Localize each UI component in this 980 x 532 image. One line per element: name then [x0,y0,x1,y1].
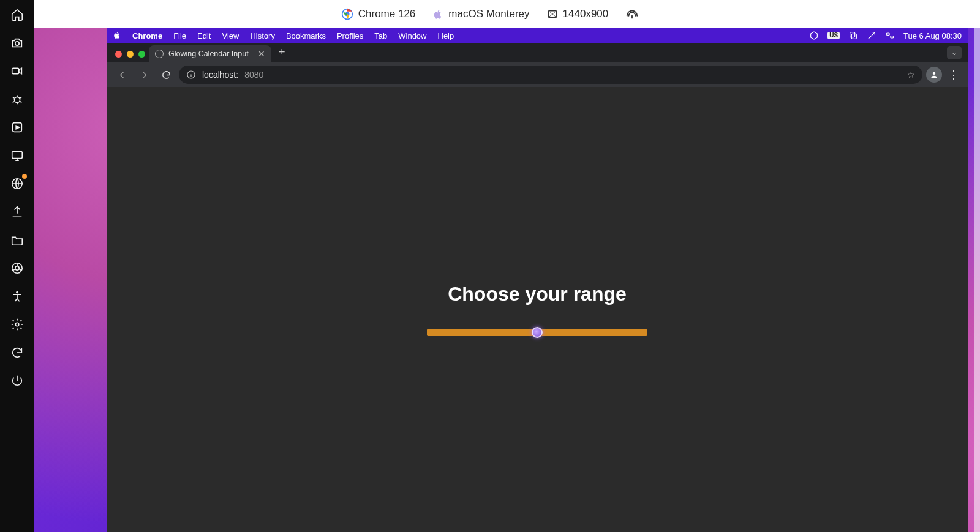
svg-point-18 [933,72,936,75]
play-square-icon[interactable] [9,119,26,136]
svg-rect-13 [850,32,855,37]
browser-tab[interactable]: Glowing Calendar Input ✕ [149,45,271,62]
apple-logo-icon [432,9,443,20]
url-port: 8080 [244,70,263,80]
tab-list-button[interactable]: ⌄ [947,46,962,59]
menu-help[interactable]: Help [438,31,454,40]
status-windows-icon[interactable] [848,31,858,40]
accessibility-icon[interactable] [9,288,26,305]
left-tool-strip [0,0,34,532]
tab-title: Glowing Calendar Input [168,50,249,58]
resolution-icon [547,9,558,20]
env-os: macOS Monterey [432,8,529,20]
menu-app-name[interactable]: Chrome [132,31,162,40]
window-close-dot[interactable] [115,51,122,58]
new-tab-button[interactable]: + [271,46,293,62]
tab-favicon-icon [155,50,164,58]
window-zoom-dot[interactable] [138,51,145,58]
menu-view[interactable]: View [222,31,239,40]
page-viewport: Choose your range [107,87,968,532]
menu-bookmarks[interactable]: Bookmarks [286,31,326,40]
nav-reload-button[interactable] [157,66,175,84]
input-source-badge[interactable]: US [827,32,840,39]
power-icon[interactable] [9,372,26,389]
menubar-clock[interactable]: Tue 6 Aug 08:30 [903,31,962,40]
outer-scrollbar[interactable] [974,28,980,532]
svg-rect-15 [886,33,889,35]
env-resolution: 1440x900 [547,8,609,20]
camera-icon[interactable] [9,34,26,51]
svg-point-10 [15,266,19,270]
nav-forward-button[interactable] [135,66,153,84]
tab-close-icon[interactable]: ✕ [258,49,265,59]
profile-avatar-button[interactable] [926,67,942,83]
window-traffic-lights[interactable] [113,51,149,62]
settings-gear-icon[interactable] [9,316,26,333]
desktop-wallpaper: Chrome File Edit View History Bookmarks … [34,28,980,532]
chrome-tab-strip: Glowing Calendar Input ✕ + ⌄ [107,43,968,62]
menu-profiles[interactable]: Profiles [337,31,363,40]
nav-back-button[interactable] [113,66,131,84]
environment-info-bar: Chrome 126 macOS Monterey 1440x900 [0,0,980,28]
status-wand-icon[interactable] [867,31,876,40]
video-icon[interactable] [9,62,26,80]
svg-rect-16 [891,36,894,38]
menu-tab[interactable]: Tab [374,31,387,40]
bookmark-star-icon[interactable]: ☆ [907,70,915,80]
chrome-toolbar: localhost:8080 ☆ ⋮ [107,62,968,87]
chrome-logo-icon [341,8,353,20]
menu-edit[interactable]: Edit [197,31,211,40]
apple-menu-icon[interactable] [113,31,121,41]
svg-point-11 [16,291,18,294]
home-icon[interactable] [9,6,26,23]
env-browser-label: Chrome 126 [358,8,416,20]
menu-window[interactable]: Window [398,31,426,40]
env-browser: Chrome 126 [341,8,416,20]
control-center-icon[interactable] [885,31,895,40]
env-broadcast [625,7,639,21]
url-host: localhost: [202,70,238,80]
mac-menubar: Chrome File Edit View History Bookmarks … [107,28,968,43]
env-os-label: macOS Monterey [448,8,529,20]
status-hexagon-icon[interactable] [809,31,819,40]
page-heading: Choose your range [448,283,627,305]
window-minimize-dot[interactable] [127,51,134,58]
chrome-devtools-icon[interactable] [9,260,26,277]
menu-file[interactable]: File [173,31,186,40]
sync-icon[interactable] [9,344,26,361]
svg-rect-7 [12,152,23,159]
env-resolution-label: 1440x900 [563,8,609,20]
mac-browser-window: Chrome File Edit View History Bookmarks … [107,28,968,532]
svg-rect-4 [12,68,19,73]
globe-x-icon[interactable] [9,175,26,192]
svg-rect-14 [851,34,856,39]
upload-icon[interactable] [9,203,26,220]
monitor-icon[interactable] [9,147,26,164]
address-bar[interactable]: localhost:8080 ☆ [179,66,922,84]
broadcast-icon [625,7,639,21]
menubar-status-icons: US Tue 6 Aug 08:30 [809,31,962,40]
svg-point-12 [15,323,19,326]
svg-point-3 [15,42,19,45]
menu-history[interactable]: History [250,31,274,40]
bug-icon[interactable] [9,91,26,108]
chrome-menu-button[interactable]: ⋮ [946,67,962,83]
site-info-icon[interactable] [186,70,196,80]
svg-point-5 [14,97,20,102]
folder-icon[interactable] [9,231,26,249]
range-slider[interactable] [427,329,647,336]
